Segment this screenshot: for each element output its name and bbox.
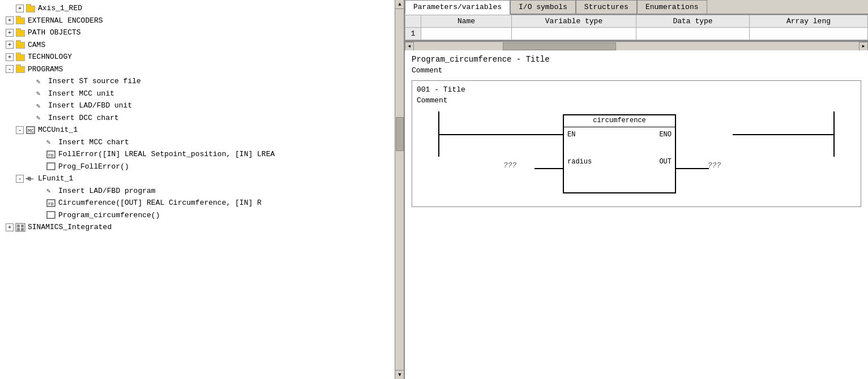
label-follerror: FollError([IN] LREAL Setpoint_position, … (58, 149, 275, 160)
tree-item-cams[interactable]: + CAMS (0, 39, 404, 51)
tree-container[interactable]: + Axis_1_RED + EXTERNAL ENCODERS + PATH … (0, 0, 404, 379)
network-comment: Comment (417, 96, 856, 105)
prog-icon-circumference (46, 210, 56, 219)
expander-sinamics[interactable]: + (6, 223, 14, 231)
expander-cams[interactable]: + (6, 41, 14, 49)
insert-icon-mcc-chart (46, 137, 56, 147)
table-row: 1 (405, 28, 868, 40)
label-circumference: Circumference([OUT] REAL Circumference, … (58, 197, 262, 209)
col-header-datatype: Data type (636, 15, 750, 28)
tree-item-lfunit1[interactable]: - ⊣⊢ LFunit_1 (0, 173, 404, 185)
scrollbar-up-btn[interactable]: ▲ (395, 0, 404, 9)
row-num-1: 1 (405, 28, 421, 40)
tree-item-insert-st[interactable]: Insert ST source file (0, 75, 404, 88)
cell-arraylen-1[interactable] (750, 28, 868, 40)
label-technology: TECHNOLOGY (28, 51, 72, 63)
scrollbar-down-btn[interactable]: ▼ (395, 370, 404, 379)
right-panel: Parameters/variables I/O symbols Structu… (405, 0, 868, 379)
pin-en: EN (567, 131, 575, 139)
folder-icon-axis1red (25, 4, 36, 13)
cell-name-1[interactable] (421, 28, 512, 40)
tree-item-prog-follerror[interactable]: Prog_FollError() (0, 161, 404, 173)
expander-external-encoders[interactable]: + (6, 16, 14, 24)
params-table: Name Variable type Data type Array leng … (405, 15, 868, 40)
tree-item-insert-mcc-chart[interactable]: Insert MCC chart (0, 136, 404, 149)
svg-text:FB: FB (48, 201, 54, 206)
tree-item-prog-circumference[interactable]: Program_circumference() (0, 209, 404, 222)
label-prog-follerror: Prog_FollError() (58, 161, 129, 173)
svg-rect-4 (47, 163, 55, 170)
left-panel: + Axis_1_RED + EXTERNAL ENCODERS + PATH … (0, 0, 405, 379)
expander-path-objects[interactable]: + (6, 29, 14, 37)
wire-out-right (675, 168, 709, 169)
program-title: Program_circumference - Title (412, 55, 861, 64)
hscroll-right-btn[interactable]: ► (859, 42, 868, 51)
tab-params[interactable]: Parameters/variables (405, 0, 510, 15)
fb-icon-circumference: FB (46, 199, 56, 208)
insert-icon-lad-prog (46, 186, 56, 195)
rail-h-right (733, 134, 835, 135)
label-path-objects: PATH OBJECTS (28, 27, 81, 38)
hscroll-thumb[interactable] (503, 42, 616, 50)
tree-item-insert-lad[interactable]: Insert LAD/FBD unit (0, 100, 404, 112)
tab-enumerations[interactable]: Enumerations (637, 0, 707, 14)
expander-technology[interactable]: + (6, 53, 14, 61)
fb-pin-spacer (564, 140, 675, 157)
lf-icon-lfunit1: ⊣⊢ (25, 174, 36, 183)
tab-io[interactable]: I/O symbols (510, 0, 576, 14)
col-header-vartype: Variable type (512, 15, 636, 28)
sn-icon-sinamics (15, 223, 25, 232)
folder-icon-external (15, 16, 25, 25)
fb-pin-row-radius-out: radius OUT (564, 157, 675, 167)
tree-item-external-encoders[interactable]: + EXTERNAL ENCODERS (0, 15, 404, 27)
label-sinamics: SINAMICS_Integrated (28, 222, 112, 233)
tree-scrollbar-v[interactable]: ▲ ▼ (395, 0, 404, 379)
cell-datatype-1[interactable] (636, 28, 750, 40)
expander-axis1red[interactable]: + (16, 5, 24, 12)
label-qqq-out-right: ??? (708, 161, 721, 170)
tree-item-circumference[interactable]: FB Circumference([OUT] REAL Circumferenc… (0, 197, 404, 209)
tree-item-technology[interactable]: + TECHNOLOGY (0, 51, 404, 63)
svg-rect-10 (21, 225, 24, 227)
expander-programs[interactable]: - (6, 65, 14, 73)
insert-icon-lad (36, 101, 46, 110)
tree-item-insert-dcc[interactable]: Insert DCC chart (0, 112, 404, 124)
label-axis1red: Axis_1_RED (38, 3, 82, 14)
label-cams: CAMS (28, 40, 45, 51)
col-header-arraylen: Array leng (750, 15, 868, 28)
hscroll-left-btn[interactable]: ◄ (405, 42, 414, 51)
rail-v-right (833, 111, 835, 157)
hscroll-bar[interactable]: ◄ ► (405, 41, 868, 50)
fb-function-block: circumference EN ENO radius OUT (563, 114, 676, 193)
tree-item-insert-lad-prog[interactable]: Insert LAD/FBD program (0, 185, 404, 197)
svg-rect-7 (47, 212, 55, 218)
label-insert-mcc: Insert MCC unit (48, 88, 114, 100)
tree-item-sinamics[interactable]: + SINAMICS_Integrated (0, 221, 404, 234)
tree-item-path-objects[interactable]: + PATH OBJECTS (0, 27, 404, 39)
label-prog-circumference: Program_circumference() (58, 210, 160, 221)
tree-item-programs[interactable]: - PROGRAMS (0, 63, 404, 76)
pin-radius: radius (567, 158, 592, 166)
label-qqq-radius-left: ??? (503, 161, 516, 170)
scrollbar-thumb[interactable] (396, 117, 404, 151)
tree-item-insert-mcc[interactable]: Insert MCC unit (0, 88, 404, 100)
insert-icon-dcc (36, 113, 46, 122)
svg-text:MC: MC (28, 128, 34, 134)
label-insert-st: Insert ST source file (48, 76, 141, 87)
program-area: Program_circumference - Title Comment 00… (405, 50, 868, 379)
svg-rect-11 (17, 228, 20, 231)
cell-vartype-1[interactable] (512, 28, 636, 40)
tree-item-mccunit1[interactable]: - MC MCCUnit_1 (0, 124, 404, 136)
tab-structures[interactable]: Structures (576, 0, 637, 14)
tree-item-axis1red[interactable]: + Axis_1_RED (0, 2, 404, 15)
svg-text:FB: FB (48, 153, 54, 158)
pin-eno: ENO (659, 131, 672, 139)
expander-lfunit1[interactable]: - (16, 175, 24, 183)
folder-icon-programs (15, 64, 25, 74)
fb-title: circumference (564, 115, 675, 127)
wire-radius-left (535, 168, 564, 169)
label-insert-dcc: Insert DCC chart (48, 113, 119, 124)
label-mccunit1: MCCUnit_1 (38, 124, 78, 136)
expander-mccunit1[interactable]: - (16, 126, 24, 134)
tree-item-follerror[interactable]: FB FollError([IN] LREAL Setpoint_positio… (0, 148, 404, 161)
